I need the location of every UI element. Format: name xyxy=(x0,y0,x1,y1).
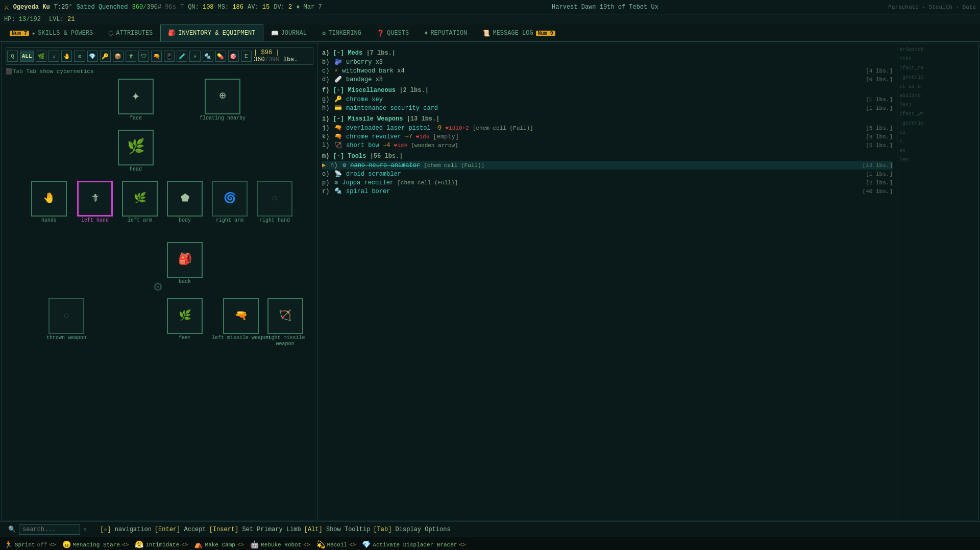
slot-face-label: face xyxy=(130,115,142,122)
insert-keybind: [Insert] Set Primary Limb xyxy=(209,526,301,533)
hp-bar: HP: 13/192 LVL: 21 xyxy=(0,14,980,25)
section-tools: m) [-] Tools |56 lbs.| ▶ n) ⚙ nano-neuro… xyxy=(322,153,893,196)
slot-left-arm-label: left arm xyxy=(128,218,152,224)
ability-menacing-stare[interactable]: 😠 Menacing Stare <> xyxy=(62,540,129,549)
slot-feet-label: feet xyxy=(179,335,191,341)
filter-btn-16[interactable]: 🎯 xyxy=(228,51,239,62)
equipment-panel: Q ALL 🌿 ⚔ 🤚 ⚙ 💎 🔑 📦 🗡 🛡 🔫 📱 🧪 ⚡ 🔩 💊 🎯 E … xyxy=(2,43,318,520)
slot-right-arm[interactable]: 🌀 right arm xyxy=(212,181,248,224)
slot-left-arm[interactable]: 🌿 left arm xyxy=(122,181,158,224)
ability-displacer[interactable]: 💎 Activate Displacer Bracer <> xyxy=(362,540,465,549)
rebuke-robot-icon: 🤖 xyxy=(250,540,259,549)
tab-reputation[interactable]: ♦ REPUTATION xyxy=(416,25,475,41)
slot-right-hand[interactable]: ○ right hand xyxy=(257,181,292,224)
ability-recoil[interactable]: 💫 Recoil <> xyxy=(316,540,356,549)
filter-btn-2[interactable]: ⚔ xyxy=(48,51,59,62)
ability-intimidate[interactable]: 😤 Intimidate <> xyxy=(135,540,188,549)
tab-inventory[interactable]: 🎒 INVENTORY & EQUIPMENT xyxy=(160,25,263,41)
slot-right-missile[interactable]: 🏹 right missile weapon xyxy=(257,298,313,347)
filter-btn-12[interactable]: 🧪 xyxy=(177,51,187,62)
item-bandage[interactable]: d) 🩹 bandage x8 [0 lbs.] xyxy=(322,75,893,84)
slot-head-label: head xyxy=(130,166,142,173)
filter-btn-7[interactable]: 📦 xyxy=(113,51,124,62)
slot-face[interactable]: ✦ face xyxy=(118,79,154,122)
sprint-icon: 🏃 xyxy=(4,540,13,549)
filter-btn-5[interactable]: 💎 xyxy=(87,51,98,62)
filter-btn-10[interactable]: 🔫 xyxy=(151,51,162,62)
section-misc: f) [-] Miscellaneous |2 lbs.| g) 🔑 chrom… xyxy=(322,87,893,112)
date-info: Harvest Dawn 19th of Tebet Ux xyxy=(552,4,658,11)
slot-head[interactable]: 🌿 head xyxy=(118,130,154,173)
nav-keybind: [⬦] navigation xyxy=(100,526,152,533)
char-icon: ⚔ xyxy=(4,2,9,12)
filter-btn-11[interactable]: 📱 xyxy=(164,51,175,62)
item-droid-scrambler[interactable]: o) 📡 droid scrambler [1 lbs.] xyxy=(322,170,893,178)
slot-hands[interactable]: 🤚 hands xyxy=(31,181,67,224)
nav-tabs: Num 7 ✦ SKILLS & POWERS ⬡ ATTRIBUTES 🎒 I… xyxy=(0,25,980,42)
filter-q-button[interactable]: Q xyxy=(7,51,18,62)
slot-back-label: back xyxy=(179,279,191,285)
item-nano-neuro[interactable]: ▶ n) ⚙ nano-neuro animator [chem cell (F… xyxy=(322,161,893,170)
right-missile-item-sprite: 🏹 xyxy=(279,311,291,321)
slot-feet[interactable]: 🌿 feet xyxy=(167,298,203,341)
ability-rebuke-robot[interactable]: 🤖 Rebuke Robot <> xyxy=(250,540,310,549)
misc-header: f) [-] Miscellaneous |2 lbs.| xyxy=(322,87,893,94)
missiles-header: i) [-] Missile Weapons |13 lbs.| xyxy=(322,115,893,123)
ability-sprint[interactable]: 🏃 Sprint off <> xyxy=(4,540,56,549)
filter-btn-15[interactable]: 💊 xyxy=(215,51,226,62)
tab-attributes[interactable]: ⬡ ATTRIBUTES xyxy=(101,25,160,41)
filter-btn-1[interactable]: 🌿 xyxy=(36,51,46,62)
menacing-stare-icon: 😠 xyxy=(62,540,71,549)
intimidate-icon: 😤 xyxy=(135,540,143,549)
right-sidebar: erSwitch icks. ifact_re _generic ct as a… xyxy=(897,43,978,520)
item-joppa-recoiler[interactable]: p) ⚙ Joppa recoiler [chem cell (Full)] [… xyxy=(322,178,893,187)
thrown-item-sprite: ○ xyxy=(63,311,69,321)
section-missiles: i) [-] Missile Weapons |13 lbs.| j) 🔫 ov… xyxy=(322,115,893,150)
slot-left-hand[interactable]: 🗡 left hand xyxy=(77,181,113,224)
slot-floating-nearby[interactable]: ⊕ floating nearby xyxy=(200,79,246,122)
body-item-sprite: ⬟ xyxy=(181,194,189,204)
item-witchwood[interactable]: c) ⚡ witchwood bark x4 [4 lbs.] xyxy=(322,66,893,75)
tab-quests[interactable]: ❓ QUESTS xyxy=(369,25,416,41)
filter-btn-14[interactable]: 🔩 xyxy=(203,51,213,62)
right-arm-item-sprite: 🌀 xyxy=(224,194,236,204)
filter-btn-4[interactable]: ⚙ xyxy=(74,51,85,62)
slots-area: ✦ face ⊕ floating nearby 🌿 head xyxy=(6,79,313,344)
item-spiral-borer[interactable]: r) 🔩 spiral borer [40 lbs.] xyxy=(322,187,893,196)
top-bar: ⚔ Ogeyeda Ku T:25° Sated Quenched 360/39… xyxy=(0,0,980,14)
filter-btn-3[interactable]: 🤚 xyxy=(61,51,72,62)
item-chrome-key[interactable]: g) 🔑 chrome key [1 lbs.] xyxy=(322,95,893,104)
filter-btn-13[interactable]: ⚡ xyxy=(189,51,200,62)
slot-body[interactable]: ⬟ body xyxy=(167,181,203,224)
item-short-bow[interactable]: l) 🏹 short bow →4 ❤1d4 [wooden arrow] [5… xyxy=(322,141,893,150)
cybernetics-toggle[interactable]: ⬛Tab Tab show cybernetics xyxy=(6,68,313,75)
make-camp-icon: ⛺ xyxy=(194,540,203,549)
filter-all-button[interactable]: ALL xyxy=(20,51,34,62)
item-security-card[interactable]: h) 💳 maintenance security card [1 lbs.] xyxy=(322,104,893,112)
tab-tinkering[interactable]: ⚙ TINKERING xyxy=(314,25,369,41)
slot-left-hand-label: left hand xyxy=(81,218,109,224)
left-hand-item-sprite: 🗡 xyxy=(90,194,100,204)
filter-btn-6[interactable]: 🔑 xyxy=(100,51,111,62)
head-item-sprite: 🌿 xyxy=(127,140,145,155)
tab-messagelog[interactable]: 📜 MESSAGE LOG Num 9 xyxy=(475,25,562,41)
tab-keybind: [Tab] Display Options xyxy=(373,526,450,533)
tab-journal[interactable]: 📖 JOURNAL xyxy=(263,25,314,41)
filter-btn-9[interactable]: 🛡 xyxy=(138,51,149,62)
item-chrome-revolver[interactable]: k) 🔫 chrome revolver →7 ❤1d6 [empty] [3 … xyxy=(322,132,893,141)
slot-thrown-weapon[interactable]: ○ thrown weapon xyxy=(46,298,86,341)
abilities-bar: 🏃 Sprint off <> 😠 Menacing Stare <> 😤 In… xyxy=(0,537,980,550)
search-area: 🔍 ✕ xyxy=(8,524,87,535)
filter-btn-17[interactable]: E xyxy=(241,51,252,62)
item-laser-pistol[interactable]: j) 🔫 overloaded laser pistol →9 ❤1d10+2 … xyxy=(322,124,893,132)
recoil-icon: 💫 xyxy=(316,540,325,549)
filter-btn-8[interactable]: 🗡 xyxy=(126,51,136,62)
ability-make-camp[interactable]: ⛺ Make Camp <> xyxy=(194,540,244,549)
search-input[interactable] xyxy=(19,524,80,535)
tab-skills[interactable]: Num 7 ✦ SKILLS & POWERS xyxy=(2,25,101,41)
slot-hands-label: hands xyxy=(41,218,57,224)
item-urberry[interactable]: b) 🫐 urberry x3 xyxy=(322,58,893,66)
slot-thrown-label: thrown weapon xyxy=(46,335,86,341)
right-info: Parachute · Stealth · Data xyxy=(888,4,976,10)
slot-back[interactable]: 🎒 back xyxy=(167,242,203,285)
